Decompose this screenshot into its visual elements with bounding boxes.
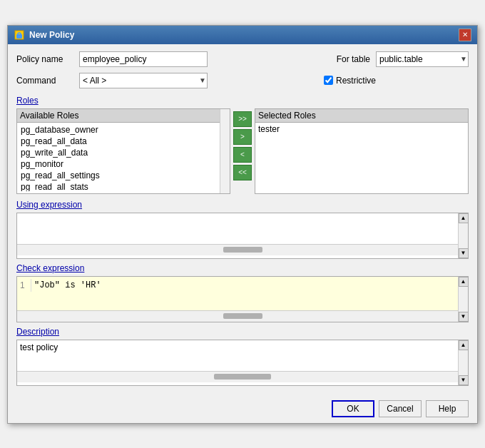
using-expression-section: Using expression ▲ ▼	[16, 200, 469, 259]
vscroll-down-icon[interactable]: ▼	[459, 248, 469, 258]
remove-all-button[interactable]: <<	[233, 165, 252, 180]
check-vscroll-up-icon[interactable]: ▲	[459, 277, 469, 287]
add-all-button[interactable]: >>	[233, 111, 252, 127]
desc-vscroll-track	[459, 350, 468, 375]
add-button[interactable]: >	[233, 129, 252, 145]
check-expression-box: 1 "Job" is 'HR' ▲ ▼	[16, 276, 469, 322]
using-expression-vscrollbar[interactable]: ▲ ▼	[458, 213, 468, 258]
using-expression-hscroll[interactable]	[17, 244, 468, 255]
vscroll-up-icon[interactable]: ▲	[459, 213, 469, 223]
desc-hscroll-thumb	[214, 374, 271, 380]
for-table-select[interactable]: public.table	[376, 51, 469, 67]
list-item[interactable]: pg_write_all_data	[19, 147, 220, 158]
help-button[interactable]: Help	[426, 400, 469, 417]
selected-roles-content[interactable]: tester	[255, 123, 468, 136]
desc-vscroll-down-icon[interactable]: ▼	[459, 375, 469, 385]
command-label: Command	[16, 76, 73, 86]
vscroll-track	[459, 223, 468, 248]
cancel-button[interactable]: Cancel	[379, 400, 422, 417]
description-label: Description	[16, 327, 469, 337]
hscroll-thumb	[223, 247, 262, 253]
description-section: Description test policy ▲ ▼	[16, 327, 469, 386]
policy-name-label: Policy name	[16, 54, 73, 64]
description-text: test policy	[20, 342, 58, 352]
dialog-title: New Policy	[29, 30, 74, 40]
list-item[interactable]: pg_database_owner	[19, 124, 220, 136]
using-expression-content[interactable]	[17, 213, 468, 244]
dialog-icon	[14, 29, 25, 41]
description-hscroll[interactable]	[17, 371, 468, 382]
ok-button[interactable]: OK	[332, 400, 374, 417]
selected-roles-list: Selected Roles tester	[255, 108, 469, 194]
available-roles-header: Available Roles	[17, 109, 230, 123]
selected-roles-header: Selected Roles	[255, 109, 468, 123]
dialog-footer: OK Cancel Help	[8, 397, 477, 423]
line-number: 1	[17, 279, 31, 292]
description-box: test policy ▲ ▼	[16, 340, 469, 386]
title-bar-left: New Policy	[14, 29, 74, 41]
roles-transfer-buttons: >> > < <<	[233, 108, 252, 180]
policy-name-input[interactable]	[79, 51, 208, 67]
list-item[interactable]: pg_read_all_stats	[19, 181, 220, 191]
check-expression-text[interactable]: "Job" is 'HR'	[31, 279, 104, 292]
command-select[interactable]: < All >	[79, 73, 208, 88]
close-button[interactable]: ✕	[459, 29, 471, 41]
check-expression-vscrollbar[interactable]: ▲ ▼	[458, 277, 468, 322]
check-hscroll-thumb	[223, 313, 262, 319]
dialog-body: Policy name For table public.table ▼ Com…	[8, 44, 477, 397]
restrictive-wrapper: Restrictive	[324, 76, 376, 86]
for-table-label: For table	[337, 54, 370, 64]
list-item[interactable]: pg_read_all_settings	[19, 170, 220, 181]
title-bar: New Policy ✕	[8, 26, 477, 44]
check-expression-hscroll[interactable]	[17, 310, 468, 322]
roles-section-label: Roles	[16, 96, 469, 106]
list-item[interactable]: pg_read_all_data	[19, 136, 220, 147]
command-wrapper: < All > ▼	[79, 73, 208, 88]
for-table-wrapper: public.table ▼	[376, 51, 469, 67]
roles-container: Available Roles pg_database_owner pg_rea…	[16, 108, 469, 194]
first-row: Policy name For table public.table ▼	[16, 51, 469, 67]
description-vscrollbar[interactable]: ▲ ▼	[458, 340, 468, 385]
check-expression-line: 1 "Job" is 'HR'	[17, 277, 104, 310]
roles-section: Roles Available Roles pg_database_owner …	[16, 96, 469, 194]
check-vscroll-down-icon[interactable]: ▼	[459, 312, 469, 322]
using-expression-box: ▲ ▼	[16, 213, 469, 259]
new-policy-dialog: New Policy ✕ Policy name For table publi…	[7, 25, 478, 424]
remove-button[interactable]: <	[233, 147, 252, 163]
restrictive-checkbox[interactable]	[324, 76, 333, 85]
check-vscroll-track	[459, 287, 468, 312]
list-item[interactable]: pg_monitor	[19, 158, 220, 170]
available-roles-content[interactable]: pg_database_owner pg_read_all_data pg_wr…	[17, 123, 230, 191]
check-expression-section: Check expression 1 "Job" is 'HR' ▲ ▼	[16, 263, 469, 322]
desc-vscroll-up-icon[interactable]: ▲	[459, 340, 469, 350]
using-expression-label: Using expression	[16, 200, 469, 210]
selected-role-item[interactable]: tester	[258, 124, 465, 134]
available-roles-list: Available Roles pg_database_owner pg_rea…	[16, 108, 230, 194]
restrictive-label: Restrictive	[336, 76, 376, 86]
description-content[interactable]: test policy	[17, 340, 468, 371]
second-row: Command < All > ▼ Restrictive	[16, 73, 469, 88]
check-expression-label: Check expression	[16, 263, 469, 273]
available-roles-scrollbar[interactable]	[220, 109, 230, 193]
